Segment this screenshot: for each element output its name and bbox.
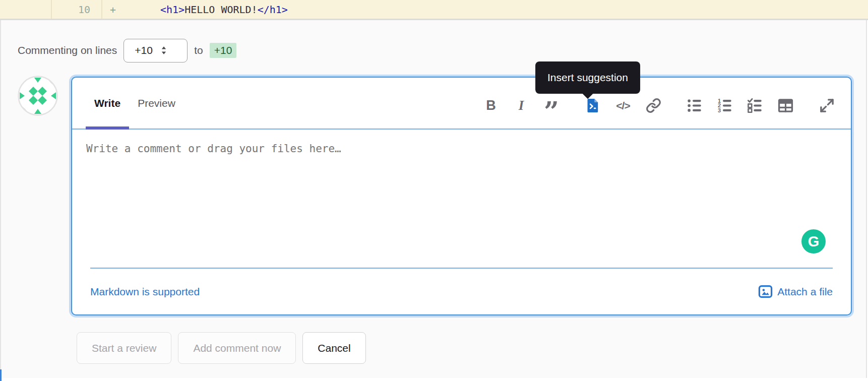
start-line-value: +10 xyxy=(135,44,153,56)
quote-icon[interactable]: ” xyxy=(542,97,561,115)
insert-suggestion-tooltip: Insert suggestion xyxy=(535,61,640,94)
tab-write[interactable]: Write xyxy=(86,78,129,129)
diff-new-line-number: 10 xyxy=(52,0,102,19)
attach-file-button[interactable]: Attach a file xyxy=(758,284,833,299)
diff-added-marker: + xyxy=(110,4,160,16)
tab-preview[interactable]: Preview xyxy=(129,78,184,129)
attach-image-icon xyxy=(758,284,773,299)
diff-old-line-number-cell xyxy=(0,0,52,19)
svg-text:3: 3 xyxy=(718,107,721,113)
numbered-list-icon[interactable]: 123 xyxy=(716,97,734,115)
link-icon[interactable] xyxy=(644,97,662,115)
bold-icon[interactable]: B xyxy=(482,97,500,115)
editor-tab-bar: Write Preview B I ” </> xyxy=(72,78,851,130)
commenting-on-lines-row: Commenting on lines +10 to +10 xyxy=(18,37,236,64)
user-avatar xyxy=(18,76,58,116)
start-line-select[interactable]: +10 xyxy=(123,39,188,62)
task-list-icon[interactable] xyxy=(746,97,764,115)
table-icon[interactable] xyxy=(776,97,794,115)
diff-code-content: <h1>HELLO WORLD!</h1> xyxy=(160,4,288,16)
markdown-supported-link[interactable]: Markdown is supported xyxy=(90,286,200,298)
code-icon[interactable]: </> xyxy=(614,97,632,115)
end-line-badge: +10 xyxy=(210,43,237,58)
diff-line-row: 10 + <h1>HELLO WORLD!</h1> xyxy=(0,0,868,20)
comment-textarea[interactable] xyxy=(72,130,851,268)
editor-body: G xyxy=(72,130,851,268)
add-comment-now-button[interactable]: Add comment now xyxy=(178,332,296,364)
insert-suggestion-icon[interactable] xyxy=(584,97,602,115)
select-arrows-icon xyxy=(159,45,169,56)
comment-actions-row: Start a review Add comment now Cancel xyxy=(77,332,366,364)
cancel-button[interactable]: Cancel xyxy=(302,332,365,364)
diff-code-cell: + <h1>HELLO WORLD!</h1> xyxy=(102,4,868,16)
left-edge-accent-bar xyxy=(0,369,2,381)
to-connector-label: to xyxy=(194,44,203,56)
code-open-tag: <h1> xyxy=(160,4,184,16)
bulleted-list-icon[interactable] xyxy=(686,97,704,115)
grammarly-icon[interactable]: G xyxy=(801,229,826,253)
code-text: HELLO WORLD! xyxy=(184,4,258,16)
editor-toolbar: B I ” </> xyxy=(482,92,836,115)
code-review-comment-screen: 10 + <h1>HELLO WORLD!</h1> Commenting on… xyxy=(0,0,868,381)
italic-icon[interactable]: I xyxy=(512,97,530,115)
commenting-on-lines-label: Commenting on lines xyxy=(18,44,117,56)
code-close-tag: </h1> xyxy=(258,4,288,16)
editor-footer: Markdown is supported Attach a file xyxy=(90,268,833,314)
comment-editor: Write Preview B I ” </> xyxy=(71,77,852,315)
start-review-button[interactable]: Start a review xyxy=(77,332,171,364)
full-screen-icon[interactable] xyxy=(818,97,836,115)
attach-file-label: Attach a file xyxy=(777,286,833,298)
